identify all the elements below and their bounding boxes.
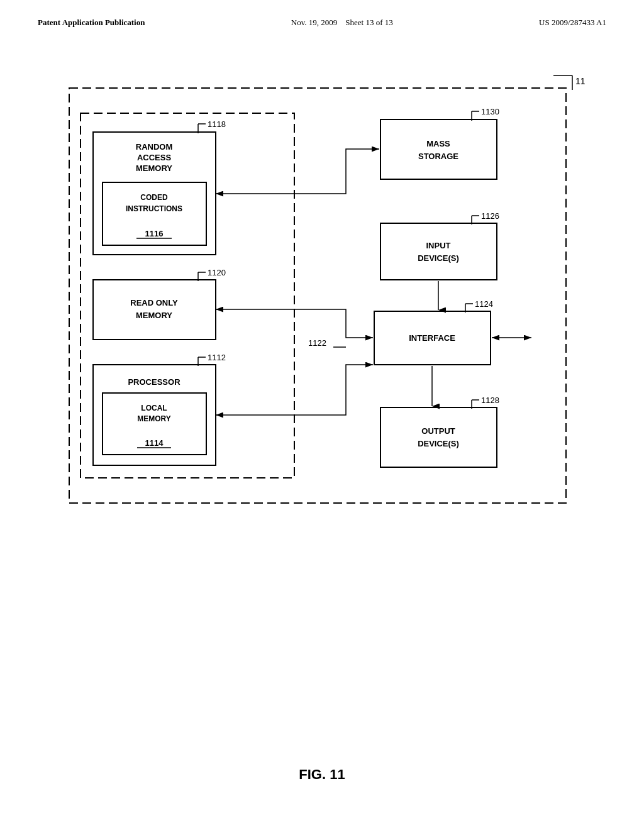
pub-label: Patent Application Publication — [38, 18, 145, 28]
svg-text:1116: 1116 — [145, 229, 164, 238]
svg-text:1114: 1114 — [145, 438, 164, 448]
svg-rect-123 — [380, 119, 497, 179]
svg-rect-107 — [93, 280, 216, 340]
svg-rect-140 — [380, 407, 497, 467]
svg-text:CODED: CODED — [140, 193, 168, 202]
svg-text:MASS: MASS — [426, 139, 450, 148]
svg-text:MEMORY: MEMORY — [136, 311, 172, 320]
svg-text:1130: 1130 — [481, 107, 499, 116]
svg-text:MEMORY: MEMORY — [137, 414, 171, 423]
svg-text:1122: 1122 — [308, 338, 326, 348]
svg-text:1128: 1128 — [481, 396, 499, 405]
svg-text:DEVICE(S): DEVICE(S) — [418, 253, 459, 263]
svg-text:OUTPUT: OUTPUT — [421, 426, 455, 436]
svg-text:1124: 1124 — [475, 299, 493, 309]
svg-text:MEMORY: MEMORY — [136, 163, 172, 173]
svg-text:1120: 1120 — [208, 268, 226, 277]
svg-text:INTERFACE: INTERFACE — [409, 333, 455, 343]
svg-text:1112: 1112 — [208, 353, 226, 362]
svg-text:READ ONLY: READ ONLY — [130, 298, 178, 307]
svg-text:1126: 1126 — [481, 211, 499, 221]
svg-text:ACCESS: ACCESS — [137, 153, 172, 162]
svg-text:DEVICE(S): DEVICE(S) — [418, 439, 459, 448]
svg-text:INSTRUCTIONS: INSTRUCTIONS — [126, 204, 182, 213]
figure-caption-final: FIG. 11 — [0, 766, 644, 783]
svg-text:1118: 1118 — [208, 119, 226, 129]
main-svg: 1100 RANDOM ACCESS MEMORY CODED INSTRUCT… — [57, 57, 585, 566]
svg-text:RANDOM: RANDOM — [136, 142, 173, 152]
svg-text:INPUT: INPUT — [426, 241, 451, 250]
svg-text:STORAGE: STORAGE — [418, 152, 458, 161]
page-header-final: Patent Application Publication Nov. 19, … — [38, 18, 606, 28]
svg-text:LOCAL: LOCAL — [141, 404, 167, 412]
svg-text:PROCESSOR: PROCESSOR — [128, 377, 180, 387]
pub-number: US 2009/287433 A1 — [539, 18, 606, 28]
page-background: Patent Application Publication Nov. 19, … — [0, 0, 644, 830]
date-sheet: Nov. 19, 2009 Sheet 13 of 13 — [291, 18, 393, 28]
fig-label: FIG. 11 — [299, 766, 345, 782]
svg-rect-129 — [380, 223, 497, 280]
svg-text:1100: 1100 — [575, 76, 585, 86]
